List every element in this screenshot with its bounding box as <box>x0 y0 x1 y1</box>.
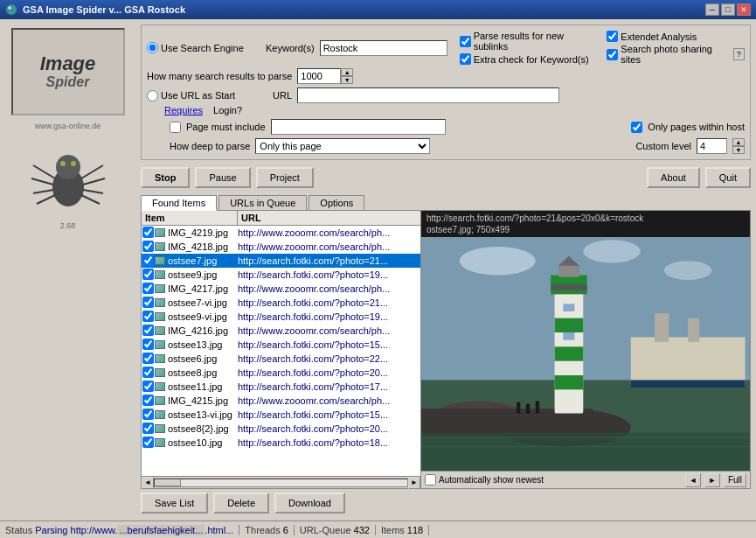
horizontal-scrollbar[interactable]: ◄ ► <box>142 476 420 488</box>
spin-up-button[interactable]: ▲ <box>341 68 353 76</box>
row-checkbox[interactable] <box>142 409 154 420</box>
row-check[interactable] <box>142 283 154 296</box>
tab-urls-in-queue[interactable]: URLs in Queue <box>218 195 307 210</box>
scroll-left-arrow[interactable]: ◄ <box>142 477 154 489</box>
how-many-input[interactable] <box>297 68 341 84</box>
row-checkbox[interactable] <box>142 437 154 448</box>
full-button[interactable]: Full <box>724 473 746 487</box>
info-icon[interactable]: ? <box>733 48 745 60</box>
close-button[interactable]: ✕ <box>737 3 751 16</box>
logo-box: Image Spider <box>11 28 125 115</box>
how-deep-select[interactable]: Only this page 1 level deep 2 levels dee… <box>255 138 430 154</box>
extra-check-checkbox[interactable] <box>460 53 471 65</box>
delete-button[interactable]: Delete <box>213 493 269 514</box>
row-check[interactable] <box>142 297 154 310</box>
row-checkbox[interactable] <box>142 339 154 350</box>
use-url-option[interactable]: Use URL as Start <box>147 90 260 101</box>
use-search-engine-radio[interactable] <box>147 42 158 53</box>
row-checkbox[interactable] <box>142 325 154 336</box>
row-check[interactable] <box>142 353 154 366</box>
row-check[interactable] <box>142 381 154 394</box>
row-checkbox[interactable] <box>142 311 154 322</box>
row-checkbox[interactable] <box>142 283 154 294</box>
row-name: ostsee8.jpg <box>166 367 236 378</box>
next-nav-button[interactable]: ► <box>704 473 720 487</box>
scrollbar-thumb[interactable] <box>155 479 181 486</box>
url-input[interactable] <box>297 87 559 103</box>
row-check[interactable] <box>142 409 154 422</box>
spin-down-button[interactable]: ▼ <box>341 76 353 84</box>
parse-sublinks-check[interactable] <box>460 36 471 47</box>
custom-spin-up[interactable]: ▲ <box>732 138 745 146</box>
only-pages-check[interactable] <box>631 122 642 133</box>
download-button[interactable]: Download <box>274 493 345 514</box>
table-row[interactable]: ostsee8{2}.jpghttp://search.fotki.com/?p… <box>142 422 420 436</box>
tab-options[interactable]: Options <box>309 195 364 210</box>
table-row[interactable]: IMG_4219.jpghttp://www.zooomr.com/search… <box>142 226 420 240</box>
table-row[interactable]: ostsee6.jpghttp://search.fotki.com/?phot… <box>142 352 420 366</box>
table-row[interactable]: ostsee7-vi.jpghttp://search.fotki.com/?p… <box>142 296 420 310</box>
row-check[interactable] <box>142 325 154 338</box>
quit-button[interactable]: Quit <box>705 167 751 188</box>
auto-show-check[interactable] <box>425 474 436 486</box>
row-checkbox[interactable] <box>142 297 154 308</box>
prev-nav-button[interactable]: ◄ <box>685 473 701 487</box>
table-row[interactable]: ostsee13-vi.jpghttp://search.fotki.com/?… <box>142 408 420 422</box>
login-link[interactable]: Login? <box>213 105 242 115</box>
pause-button[interactable]: Pause <box>195 167 250 188</box>
search-photo-check[interactable] <box>607 49 618 60</box>
table-row[interactable]: ostsee9.jpghttp://search.fotki.com/?phot… <box>142 268 420 282</box>
row-check[interactable] <box>142 241 154 254</box>
maximize-button[interactable]: □ <box>721 3 735 16</box>
row-checkbox[interactable] <box>142 395 154 406</box>
table-row[interactable]: IMG_4217.jpghttp://www.zooomr.com/search… <box>142 282 420 296</box>
row-check[interactable] <box>142 255 154 268</box>
table-row[interactable]: IMG_4215.jpghttp://www.zooomr.com/search… <box>142 394 420 408</box>
row-check[interactable] <box>142 339 154 352</box>
list-scroll[interactable]: IMG_4219.jpghttp://www.zooomr.com/search… <box>142 226 420 476</box>
preview-image <box>421 237 750 471</box>
row-checkbox[interactable] <box>142 227 154 238</box>
stop-button[interactable]: Stop <box>141 167 190 188</box>
minimize-button[interactable]: ─ <box>705 3 719 16</box>
table-row[interactable]: ostsee10.jpghttp://search.fotki.com/?pho… <box>142 436 420 450</box>
save-list-button[interactable]: Save List <box>141 493 208 514</box>
page-must-include-check[interactable] <box>170 122 181 133</box>
table-row[interactable]: ostsee11.jpghttp://search.fotki.com/?pho… <box>142 380 420 394</box>
row-checkbox[interactable] <box>142 423 154 434</box>
row-checkbox[interactable] <box>142 381 154 392</box>
extended-analysis-check[interactable] <box>607 31 618 42</box>
svg-rect-26 <box>551 276 586 295</box>
table-row[interactable]: ostsee7.jpghttp://search.fotki.com/?phot… <box>142 254 420 268</box>
custom-level-input[interactable] <box>697 138 727 154</box>
row-check[interactable] <box>142 423 154 436</box>
row-check[interactable] <box>142 227 154 240</box>
table-row[interactable]: IMG_4216.jpghttp://www.zooomr.com/search… <box>142 324 420 338</box>
requires-link[interactable]: Requires <box>164 105 203 115</box>
scroll-right-arrow[interactable]: ► <box>408 477 420 489</box>
use-search-engine-option[interactable]: Use Search Engine <box>147 42 260 53</box>
project-button[interactable]: Project <box>256 167 314 188</box>
scrollbar-track[interactable] <box>154 479 408 487</box>
row-check[interactable] <box>142 395 154 408</box>
row-checkbox[interactable] <box>142 353 154 364</box>
row-check[interactable] <box>142 269 154 282</box>
table-row[interactable]: ostsee8.jpghttp://search.fotki.com/?phot… <box>142 366 420 380</box>
preview-panel: http://search.fotki.com/?photo=21&pos=20… <box>421 211 750 488</box>
table-row[interactable]: IMG_4218.jpghttp://www.zooomr.com/search… <box>142 240 420 254</box>
custom-spin-down[interactable]: ▼ <box>732 146 745 154</box>
row-check[interactable] <box>142 367 154 380</box>
row-checkbox[interactable] <box>142 241 154 252</box>
row-check[interactable] <box>142 311 154 324</box>
row-checkbox[interactable] <box>142 255 154 266</box>
row-checkbox[interactable] <box>142 269 154 280</box>
table-row[interactable]: ostsee9-vi.jpghttp://search.fotki.com/?p… <box>142 310 420 324</box>
tab-found-items[interactable]: Found Items <box>141 195 217 211</box>
table-row[interactable]: ostsee13.jpghttp://search.fotki.com/?pho… <box>142 338 420 352</box>
use-url-radio[interactable] <box>147 90 158 101</box>
row-check[interactable] <box>142 437 154 450</box>
keywords-input[interactable] <box>320 40 447 56</box>
about-button[interactable]: About <box>647 167 700 188</box>
row-checkbox[interactable] <box>142 367 154 378</box>
page-must-include-input[interactable] <box>271 119 446 135</box>
